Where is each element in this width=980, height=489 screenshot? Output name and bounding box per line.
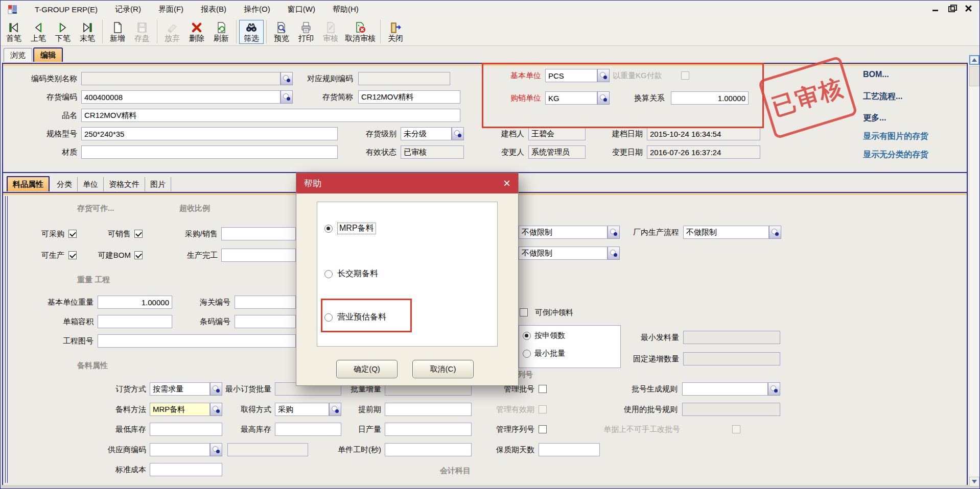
- link-process-flow[interactable]: 工艺流程...: [863, 91, 902, 102]
- tab-pictures[interactable]: 图片: [145, 177, 171, 191]
- limit2-field[interactable]: 不做限制: [519, 247, 608, 260]
- dialog-close-icon[interactable]: ×: [503, 177, 510, 189]
- menu-interface[interactable]: 界面(F): [158, 5, 183, 14]
- menu-report[interactable]: 报表(B): [201, 5, 226, 14]
- close-window-icon[interactable]: [964, 5, 972, 12]
- next-record-button[interactable]: 下笔: [51, 20, 75, 44]
- conversion-field[interactable]: 1.00000: [671, 91, 749, 105]
- base-weight-field[interactable]: 1.00000: [98, 296, 172, 309]
- daily-output-field[interactable]: [385, 423, 472, 436]
- minimize-icon[interactable]: [931, 5, 940, 12]
- menu-help[interactable]: 帮助(H): [333, 5, 359, 14]
- short-name-field[interactable]: CR12MOV精料: [358, 90, 460, 104]
- can-sale-checkbox[interactable]: [134, 230, 143, 238]
- unit-hours-field[interactable]: [385, 443, 472, 456]
- acquire-mode-field[interactable]: 采购: [275, 403, 329, 416]
- option-long-lead[interactable]: 长交期备料: [324, 268, 378, 279]
- close-button[interactable]: 关闭: [383, 20, 408, 44]
- radio-min-batch[interactable]: 最小批量: [523, 349, 565, 358]
- help-dialog-titlebar[interactable]: 帮助 ×: [296, 173, 518, 193]
- trade-unit-lookup-icon[interactable]: [597, 91, 610, 105]
- can-produce-checkbox[interactable]: [68, 251, 77, 259]
- vertical-scrollbar[interactable]: [969, 55, 979, 486]
- scroll-down-icon[interactable]: [969, 477, 979, 486]
- trade-unit-field[interactable]: KG: [545, 91, 597, 105]
- prev-record-button[interactable]: 上笔: [26, 20, 51, 44]
- tab-qualification-files[interactable]: 资格文件: [104, 177, 145, 191]
- menu-record[interactable]: 记录(R): [115, 5, 141, 14]
- level-field[interactable]: 未分级: [401, 127, 452, 140]
- factory-flow-lookup-icon[interactable]: [769, 226, 781, 239]
- can-bom-checkbox[interactable]: [134, 251, 143, 259]
- ok-button[interactable]: 确定(Q): [336, 360, 398, 378]
- link-show-with-pictures[interactable]: 显示有图片的存货: [863, 131, 928, 142]
- tab-classification[interactable]: 分类: [52, 177, 78, 191]
- no-manual-batch-checkbox[interactable]: [732, 425, 740, 433]
- link-more[interactable]: 更多...: [863, 113, 886, 124]
- produce-finish-ratio-field[interactable]: [221, 249, 296, 262]
- cancel-audit-button[interactable]: 取消审核: [343, 20, 378, 44]
- refresh-button[interactable]: 刷新: [209, 20, 234, 44]
- min-stock-field[interactable]: [150, 423, 222, 436]
- box-volume-field[interactable]: [98, 315, 172, 328]
- factory-flow-field[interactable]: 不做限制: [683, 226, 769, 239]
- level-lookup-icon[interactable]: [452, 127, 464, 140]
- first-record-button[interactable]: 首笔: [2, 20, 26, 44]
- backflush-checkbox[interactable]: [520, 308, 528, 316]
- code-class-lookup-icon[interactable]: [281, 72, 293, 85]
- tab-browse[interactable]: 浏览: [4, 48, 32, 62]
- link-show-unclassified[interactable]: 显示无分类的存货: [863, 150, 928, 160]
- menu-operation[interactable]: 操作(O): [244, 5, 270, 14]
- option-mrp[interactable]: MRP备料: [324, 223, 376, 234]
- radio-by-application[interactable]: 按申领数: [523, 331, 565, 340]
- tab-item-attributes[interactable]: 料品属性: [7, 176, 50, 191]
- restore-icon[interactable]: [948, 5, 956, 12]
- discard-button[interactable]: 放弃: [160, 20, 184, 44]
- shelf-life-field[interactable]: [539, 443, 600, 456]
- new-button[interactable]: 新增: [105, 20, 130, 44]
- rule-code-field[interactable]: [358, 72, 450, 85]
- last-record-button[interactable]: 末笔: [75, 20, 100, 44]
- supplier-code-lookup-icon[interactable]: [210, 443, 222, 456]
- std-cost-field[interactable]: [150, 463, 222, 476]
- material-field[interactable]: [81, 145, 338, 159]
- save-button[interactable]: 存盘: [130, 20, 154, 44]
- filter-button[interactable]: 筛选: [239, 20, 264, 44]
- item-code-field[interactable]: 400400008: [81, 90, 281, 104]
- print-button[interactable]: 打印: [294, 20, 318, 44]
- item-code-lookup-icon[interactable]: [281, 90, 293, 104]
- audit-button[interactable]: 审核: [318, 20, 343, 44]
- purchase-sale-ratio-field[interactable]: [221, 227, 296, 240]
- lead-time-field[interactable]: [385, 403, 472, 416]
- tab-edit[interactable]: 编辑: [33, 47, 63, 62]
- inspection-limit-field[interactable]: 不做限制: [519, 226, 608, 239]
- base-unit-lookup-icon[interactable]: [597, 69, 610, 82]
- inspection-limit-lookup-icon[interactable]: [608, 226, 620, 239]
- limit2-lookup-icon[interactable]: [608, 247, 620, 260]
- spec-field[interactable]: 250*240*35: [81, 127, 338, 140]
- can-purchase-checkbox[interactable]: [68, 230, 77, 238]
- cancel-button[interactable]: 取消(C): [412, 360, 474, 378]
- delete-button[interactable]: 删除: [184, 20, 209, 44]
- menu-window[interactable]: 窗口(W): [288, 5, 315, 14]
- base-unit-field[interactable]: PCS: [545, 69, 597, 82]
- customs-code-field[interactable]: [235, 296, 296, 309]
- scrollbar-thumb[interactable]: [969, 66, 979, 86]
- manage-serial-checkbox[interactable]: [539, 425, 547, 433]
- code-class-field[interactable]: [81, 72, 281, 85]
- link-bom[interactable]: BOM...: [863, 70, 889, 79]
- preview-button[interactable]: 预览: [269, 20, 294, 44]
- prep-method-field[interactable]: MRP备料: [150, 403, 210, 416]
- menu-file[interactable]: T-GROUP ERP(E): [35, 5, 98, 14]
- drawing-no-field[interactable]: [98, 334, 296, 348]
- barcode-field[interactable]: [235, 315, 296, 328]
- product-name-field[interactable]: CR12MOV精料: [81, 109, 460, 122]
- tab-units[interactable]: 单位: [78, 177, 104, 191]
- manage-expiry-checkbox[interactable]: [539, 405, 547, 413]
- scroll-up-icon[interactable]: [969, 55, 979, 65]
- manage-batch-checkbox[interactable]: [539, 385, 547, 393]
- supplier-code-field[interactable]: [150, 443, 210, 456]
- pay-by-weight-checkbox[interactable]: [681, 71, 689, 80]
- order-mode-field[interactable]: 按需求量: [150, 382, 210, 396]
- batch-rule-field[interactable]: [682, 382, 768, 396]
